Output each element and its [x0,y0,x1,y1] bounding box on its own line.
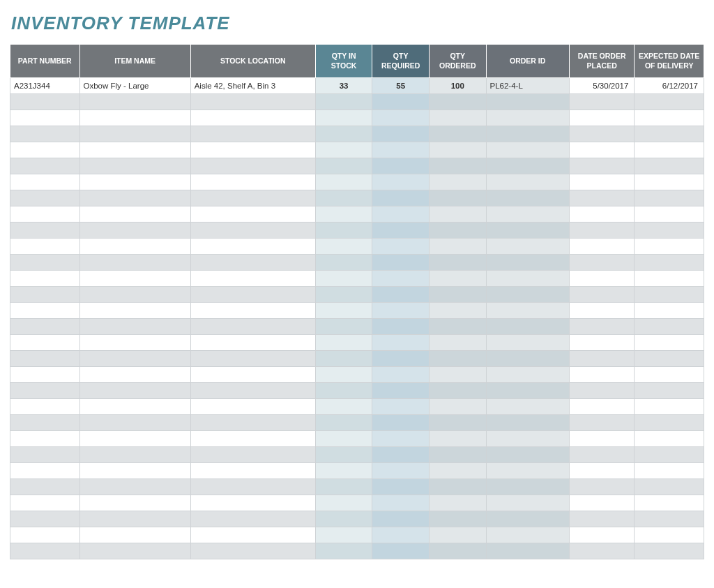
cell-qty-ordered[interactable] [429,158,486,174]
cell-item-name[interactable] [79,415,190,431]
cell-stock-location[interactable] [190,142,315,158]
cell-part-number[interactable] [10,126,80,142]
cell-item-name[interactable] [79,319,190,335]
cell-qty-ordered[interactable] [429,190,486,206]
cell-item-name[interactable] [79,383,190,399]
cell-date-order-placed[interactable] [569,495,635,511]
cell-qty-in-stock[interactable] [315,431,372,447]
cell-qty-in-stock[interactable] [315,527,372,543]
cell-order-id[interactable] [486,431,569,447]
cell-qty-ordered[interactable] [429,287,486,303]
cell-qty-required[interactable] [372,223,430,239]
cell-expected-date[interactable] [635,527,704,543]
cell-date-order-placed[interactable] [569,447,635,463]
cell-qty-in-stock[interactable] [315,158,372,174]
cell-expected-date[interactable] [635,239,704,255]
cell-part-number[interactable] [10,94,80,110]
cell-stock-location[interactable] [190,110,315,126]
cell-part-number[interactable] [10,463,80,479]
cell-qty-ordered[interactable]: 100 [429,78,486,94]
cell-date-order-placed[interactable] [569,126,635,142]
cell-date-order-placed[interactable] [569,511,635,527]
cell-item-name[interactable] [79,110,190,126]
cell-stock-location[interactable] [190,495,315,511]
cell-stock-location[interactable] [190,527,315,543]
cell-qty-ordered[interactable] [429,239,486,255]
cell-qty-in-stock[interactable] [315,319,372,335]
cell-item-name[interactable] [79,287,190,303]
cell-qty-required[interactable] [372,206,430,223]
cell-date-order-placed[interactable] [569,190,635,206]
cell-part-number[interactable] [10,303,80,319]
cell-part-number[interactable] [10,223,80,239]
cell-qty-required[interactable] [372,190,430,206]
cell-expected-date[interactable] [635,399,704,415]
cell-qty-required[interactable] [372,142,430,158]
cell-date-order-placed[interactable] [569,303,635,319]
cell-date-order-placed[interactable] [569,319,635,335]
cell-qty-in-stock[interactable] [315,239,372,255]
cell-qty-in-stock[interactable] [315,287,372,303]
cell-item-name[interactable] [79,239,190,255]
cell-order-id[interactable] [486,367,569,383]
cell-date-order-placed[interactable] [569,335,635,351]
cell-expected-date[interactable] [635,335,704,351]
cell-qty-ordered[interactable] [429,527,486,543]
cell-order-id[interactable] [486,511,569,527]
cell-qty-in-stock[interactable] [315,142,372,158]
cell-qty-in-stock[interactable] [315,367,372,383]
cell-qty-ordered[interactable] [429,415,486,431]
cell-stock-location[interactable] [190,126,315,142]
cell-qty-in-stock[interactable] [315,351,372,367]
cell-qty-required[interactable] [372,383,430,399]
cell-stock-location[interactable] [190,335,315,351]
cell-order-id[interactable] [486,351,569,367]
cell-order-id[interactable] [486,126,569,142]
cell-expected-date[interactable]: 6/12/2017 [635,78,704,94]
cell-qty-in-stock[interactable] [315,255,372,271]
cell-stock-location[interactable] [190,239,315,255]
cell-qty-required[interactable] [372,415,430,431]
cell-part-number[interactable] [10,319,80,335]
cell-order-id[interactable] [486,383,569,399]
cell-stock-location[interactable] [190,190,315,206]
cell-qty-required[interactable] [372,287,430,303]
cell-qty-required[interactable] [372,303,430,319]
cell-order-id[interactable] [486,158,569,174]
cell-qty-required[interactable] [372,479,430,495]
cell-qty-in-stock[interactable] [315,223,372,239]
cell-item-name[interactable] [79,190,190,206]
cell-qty-required[interactable] [372,319,430,335]
cell-stock-location[interactable] [190,303,315,319]
cell-item-name[interactable] [79,255,190,271]
cell-qty-required[interactable] [372,110,430,126]
cell-qty-ordered[interactable] [429,383,486,399]
cell-stock-location[interactable]: Aisle 42, Shelf A, Bin 3 [190,78,315,94]
cell-qty-required[interactable] [372,527,430,543]
cell-part-number[interactable] [10,190,80,206]
cell-date-order-placed[interactable] [569,271,635,287]
cell-item-name[interactable] [79,479,190,495]
cell-item-name[interactable] [79,463,190,479]
cell-order-id[interactable] [486,287,569,303]
cell-expected-date[interactable] [635,206,704,223]
cell-order-id[interactable] [486,479,569,495]
cell-qty-required[interactable] [372,447,430,463]
cell-expected-date[interactable] [635,447,704,463]
cell-expected-date[interactable] [635,190,704,206]
cell-date-order-placed[interactable] [569,463,635,479]
cell-expected-date[interactable] [635,511,704,527]
cell-date-order-placed[interactable] [569,415,635,431]
cell-item-name[interactable] [79,511,190,527]
cell-item-name[interactable] [79,495,190,511]
cell-date-order-placed[interactable] [569,223,635,239]
cell-stock-location[interactable] [190,431,315,447]
cell-part-number[interactable] [10,206,80,223]
cell-order-id[interactable] [486,447,569,463]
cell-qty-in-stock[interactable] [315,335,372,351]
cell-qty-ordered[interactable] [429,126,486,142]
cell-qty-required[interactable] [372,543,430,559]
cell-part-number[interactable] [10,239,80,255]
cell-qty-in-stock[interactable] [315,94,372,110]
cell-order-id[interactable] [486,543,569,559]
